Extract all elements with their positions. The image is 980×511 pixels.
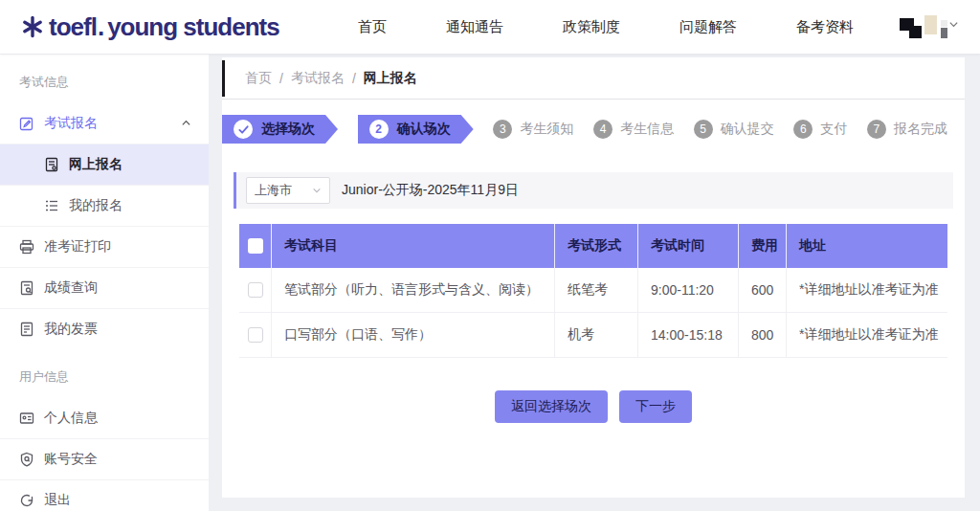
step-2-confirm-session[interactable]: 2 确认场次: [358, 115, 474, 144]
sidebar-item-account-security[interactable]: 账号安全: [0, 438, 209, 479]
user-avatar-menu[interactable]: [898, 11, 959, 42]
select-all-checkbox[interactable]: [248, 238, 263, 254]
step-number-circle: 6: [793, 120, 813, 139]
sidebar-item-personal-info[interactable]: 个人信息: [0, 397, 209, 438]
breadcrumb-current-page: 网上报名: [364, 70, 417, 87]
step-number-circle: 3: [493, 120, 512, 139]
table-header-row: 考试科目 考试形式 考试时间 费用 地址: [239, 224, 947, 268]
check-icon: [238, 124, 249, 135]
table-row: 口写部分（口语、写作） 机考 14:00-15:18 800 *详细地址以准考证…: [239, 313, 947, 358]
brand-text-right: young students: [107, 12, 279, 42]
main-content: 首页 / 考试报名 / 网上报名 选择场次 2 确认场次 3 考生须知 4: [222, 57, 965, 498]
step-label: 考生信息: [620, 121, 674, 138]
city-select-value: 上海市: [255, 182, 292, 199]
column-header-form: 考试形式: [555, 224, 638, 268]
step-6-payment: 6 支付: [793, 120, 847, 139]
step-number-circle: 2: [369, 120, 389, 139]
sidebar-item-logout[interactable]: 退出: [0, 479, 209, 511]
city-select[interactable]: 上海市: [246, 177, 330, 204]
column-header-fee: 费用: [739, 224, 787, 268]
chevron-up-icon: [181, 118, 191, 128]
avatar-pixel: [941, 28, 947, 38]
sidebar-item-my-invoices[interactable]: 我的发票: [0, 308, 209, 349]
step-done-circle: [234, 120, 253, 139]
list-icon: [44, 198, 59, 213]
column-header-subject: 考试科目: [272, 224, 555, 268]
brand-text-left: toefl: [49, 12, 97, 42]
row-checkbox-cell: [239, 313, 272, 357]
sidebar-item-label: 我的报名: [69, 197, 122, 214]
nav-item-notices[interactable]: 通知通告: [446, 18, 503, 36]
main-nav: 首页 通知通告 政策制度 问题解答 备考资料: [358, 18, 854, 36]
step-3-candidate-notice: 3 考生须知: [493, 120, 573, 139]
avatar-pixel: [909, 26, 922, 38]
asterisk-logo-icon: [21, 15, 44, 38]
id-card-icon: [19, 411, 34, 426]
step-label: 确认场次: [397, 121, 451, 138]
column-header-address: 地址: [787, 224, 947, 268]
nav-item-home[interactable]: 首页: [358, 18, 387, 36]
step-7-registration-complete: 7 报名完成: [867, 120, 947, 139]
sidebar-item-label: 我的发票: [44, 321, 98, 338]
cell-form: 纸笔考: [555, 268, 638, 312]
step-4-candidate-info: 4 考生信息: [593, 120, 674, 139]
nav-item-policies[interactable]: 政策制度: [563, 18, 620, 36]
session-label: Junior-公开场-2025年11月9日: [342, 182, 519, 199]
cell-form: 机考: [555, 313, 638, 357]
sidebar-item-label: 退出: [44, 492, 71, 509]
row-checkbox[interactable]: [248, 282, 263, 298]
step-number-circle: 5: [694, 120, 713, 139]
breadcrumb-exam-registration[interactable]: 考试报名: [291, 70, 345, 87]
nav-item-faq[interactable]: 问题解答: [679, 18, 737, 36]
sidebar-item-score-query[interactable]: 成绩查询: [0, 267, 209, 308]
action-buttons: 返回选择场次 下一步: [222, 390, 965, 423]
sidebar-item-label: 准考证打印: [44, 238, 111, 256]
cell-fee: 800: [739, 313, 787, 357]
brand-dot: .: [98, 12, 104, 42]
chevron-down-icon: [948, 19, 959, 30]
table-body: 笔试部分（听力、语言形式与含义、阅读） 纸笔考 9:00-11:20 600 *…: [239, 268, 947, 358]
step-label: 考生须知: [520, 121, 573, 138]
logout-icon: [19, 493, 34, 508]
sidebar-item-label: 个人信息: [44, 410, 98, 427]
brand-logo[interactable]: toefl . young students: [21, 12, 279, 42]
breadcrumb-separator: /: [352, 71, 356, 86]
sidebar-item-admission-ticket-print[interactable]: 准考证打印: [0, 226, 209, 267]
table-row: 笔试部分（听力、语言形式与含义、阅读） 纸笔考 9:00-11:20 600 *…: [239, 268, 947, 313]
sidebar-section-user-info: 用户信息: [0, 349, 209, 397]
sidebar-item-label: 考试报名: [44, 115, 98, 132]
back-to-session-select-button[interactable]: 返回选择场次: [495, 390, 608, 423]
sidebar-item-my-registrations[interactable]: 我的报名: [0, 185, 209, 226]
breadcrumb-home[interactable]: 首页: [245, 70, 272, 87]
session-info-bar: 上海市 Junior-公开场-2025年11月9日: [234, 172, 953, 209]
nav-item-prep-materials[interactable]: 备考资料: [796, 18, 854, 36]
step-label: 选择场次: [261, 121, 315, 138]
sidebar-item-label: 账号安全: [44, 451, 98, 468]
cell-subject: 笔试部分（听力、语言形式与含义、阅读）: [272, 268, 555, 312]
shield-icon: [19, 452, 34, 467]
avatar-pixel: [941, 20, 947, 27]
row-checkbox-cell: [239, 268, 272, 312]
chevron-down-icon: [312, 186, 322, 195]
edit-icon: [19, 116, 34, 131]
sidebar-item-online-registration[interactable]: 网上报名: [0, 144, 209, 185]
next-step-button[interactable]: 下一步: [619, 390, 692, 423]
step-1-select-session[interactable]: 选择场次: [222, 115, 338, 144]
sidebar-section-exam-info: 考试信息: [0, 55, 209, 102]
content-card: 选择场次 2 确认场次 3 考生须知 4 考生信息 5 确认提交 6 支付: [222, 100, 965, 498]
step-number-circle: 4: [593, 120, 612, 139]
sidebar-item-exam-registration[interactable]: 考试报名: [0, 102, 209, 144]
header-checkbox-cell: [239, 224, 272, 268]
row-checkbox[interactable]: [248, 327, 263, 343]
sidebar-item-label: 成绩查询: [44, 279, 98, 297]
avatar-pixel: [924, 15, 937, 34]
breadcrumb-separator: /: [279, 71, 283, 86]
cell-fee: 600: [739, 268, 787, 312]
sidebar: 考试信息 考试报名 网上报名 我的报名 准考证打印 成绩查询: [0, 55, 209, 511]
steps-bar: 选择场次 2 确认场次 3 考生须知 4 考生信息 5 确认提交 6 支付: [222, 100, 965, 161]
cell-time: 14:00-15:18: [638, 313, 739, 357]
step-5-confirm-submit: 5 确认提交: [694, 120, 774, 139]
step-number-circle: 7: [867, 120, 886, 139]
document-icon: [44, 157, 59, 172]
step-label: 确认提交: [721, 121, 774, 138]
